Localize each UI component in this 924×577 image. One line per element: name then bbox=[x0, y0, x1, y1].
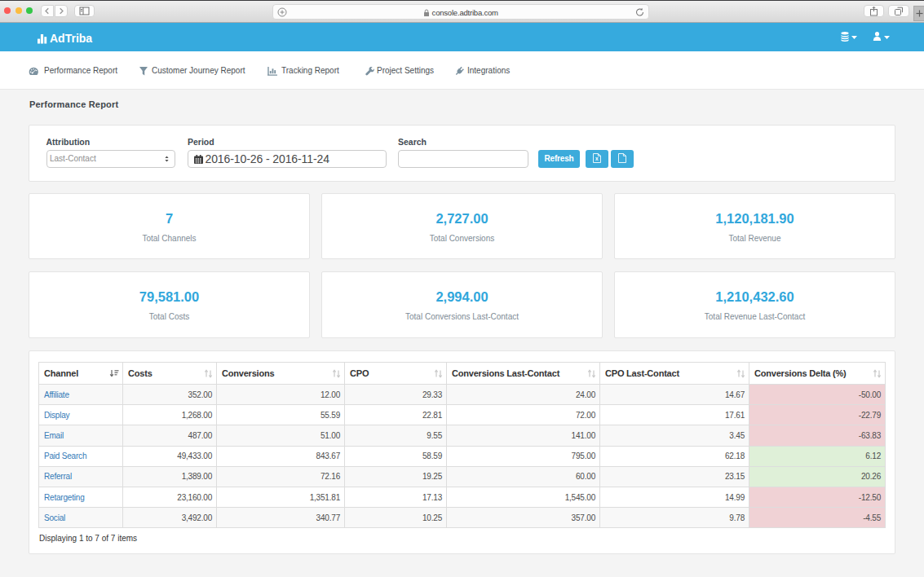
svg-text:x: x bbox=[595, 156, 599, 161]
